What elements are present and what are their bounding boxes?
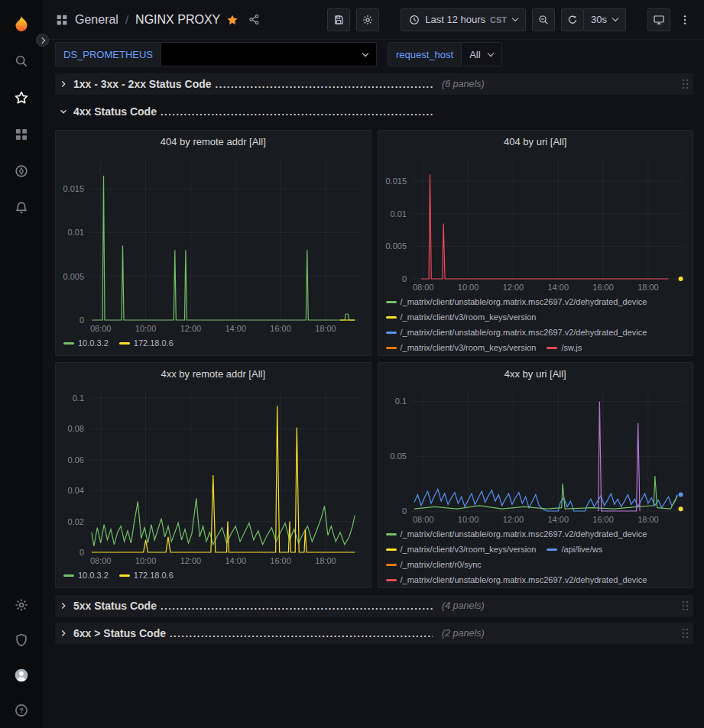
dashboard-variables-bar: DS_PROMETHEUS request_host All bbox=[43, 40, 704, 69]
legend-label: /_matrix/client/r0/sync bbox=[401, 558, 482, 571]
time-range-label: Last 12 hours bbox=[425, 14, 485, 25]
sidebar-item-server-admin[interactable] bbox=[0, 623, 43, 658]
legend-item[interactable]: /_matrix/client/unstable/org.matrix.msc2… bbox=[386, 326, 647, 339]
legend-label: 10.0.3.2 bbox=[78, 569, 109, 582]
legend-swatch bbox=[63, 574, 74, 577]
dashboard-settings-button[interactable] bbox=[356, 8, 379, 31]
legend-item[interactable]: /_matrix/client/r0/sync bbox=[386, 558, 482, 571]
legend-swatch bbox=[386, 332, 397, 334]
chart-canvas[interactable]: 08:0010:0012:0014:0016:0018:0000.0050.01… bbox=[56, 152, 371, 335]
legend-swatch bbox=[386, 316, 397, 319]
legend-label: /api/live/ws bbox=[561, 543, 602, 556]
row-5xx[interactable]: 5xx Status Code ........................… bbox=[55, 595, 693, 616]
chart-canvas[interactable]: 08:0010:0012:0014:0016:0018:0000.050.1 bbox=[378, 384, 693, 526]
svg-text:18:00: 18:00 bbox=[637, 515, 659, 524]
panel-404-by-uri: 404 by uri [All] 08:0010:0012:0014:0016:… bbox=[378, 130, 694, 356]
avatar bbox=[14, 668, 29, 683]
sidebar-item-search[interactable] bbox=[0, 43, 43, 79]
panel-4xx-by-remote-addr: 4xx by remote addr [All] 08:0010:0012:00… bbox=[55, 362, 371, 588]
chevron-down-icon bbox=[512, 15, 518, 21]
sidebar-item-explore[interactable] bbox=[0, 153, 43, 189]
panel-title[interactable]: 4xx by uri [All] bbox=[378, 363, 693, 384]
legend-item[interactable]: /_matrix/client/v3/room_keys/version bbox=[386, 341, 537, 354]
legend-label: /_matrix/client/unstable/org.matrix.msc2… bbox=[401, 574, 647, 587]
row-title-dots: ........................................… bbox=[161, 600, 433, 612]
legend-label: 172.18.0.6 bbox=[134, 569, 174, 582]
legend-item[interactable]: 172.18.0.6 bbox=[119, 337, 174, 350]
sidebar-item-alerting[interactable] bbox=[0, 189, 43, 226]
refresh-icon bbox=[566, 14, 579, 26]
save-dashboard-button[interactable] bbox=[327, 8, 350, 31]
refresh-button[interactable] bbox=[561, 8, 584, 31]
svg-text:16:00: 16:00 bbox=[592, 515, 614, 524]
legend-item[interactable]: /sw.js bbox=[547, 341, 582, 354]
zoom-out-button[interactable] bbox=[532, 8, 555, 31]
sidebar-item-profile[interactable] bbox=[0, 658, 43, 693]
legend-item[interactable]: 10.0.3.2 bbox=[63, 569, 109, 582]
datasource-select[interactable] bbox=[161, 42, 377, 66]
top-navigation-bar: General / NGINX PROXY bbox=[43, 0, 704, 40]
timezone-label: CST bbox=[490, 15, 507, 24]
sidebar-expand-button[interactable] bbox=[36, 34, 49, 47]
legend-item[interactable]: /api/live/ws bbox=[547, 543, 602, 556]
row-panel-count: (2 panels) bbox=[442, 628, 485, 639]
legend-item[interactable]: /_matrix/client/v3/room_keys/version bbox=[386, 311, 537, 324]
panel-title[interactable]: 4xx by remote addr [All] bbox=[56, 363, 371, 384]
favorite-star-icon[interactable] bbox=[226, 14, 238, 26]
legend-swatch bbox=[119, 342, 130, 345]
bell-icon bbox=[14, 200, 29, 215]
row-panel-count: (4 panels) bbox=[442, 600, 485, 611]
row-6xx[interactable]: 6xx > Status Code ......................… bbox=[55, 623, 693, 644]
breadcrumb-page-title[interactable]: NGINX PROXY bbox=[135, 13, 220, 27]
row-1xx-3xx-2xx[interactable]: 1xx - 3xx - 2xx Status Code ............… bbox=[55, 73, 693, 95]
svg-text:10:00: 10:00 bbox=[135, 556, 157, 565]
more-options-button[interactable] bbox=[676, 8, 693, 31]
time-range-picker[interactable]: Last 12 hours CST bbox=[401, 8, 526, 31]
panel-title[interactable]: 404 by remote addr [All] bbox=[56, 131, 371, 152]
panel-legend: 10.0.3.2172.18.0.6 bbox=[56, 335, 371, 355]
gear-icon bbox=[14, 597, 29, 613]
panel-legend: /_matrix/client/unstable/org.matrix.msc2… bbox=[378, 526, 693, 587]
legend-label: 10.0.3.2 bbox=[78, 337, 109, 350]
row-drag-handle[interactable] bbox=[681, 627, 689, 639]
row-drag-handle[interactable] bbox=[681, 78, 689, 90]
refresh-interval-select[interactable]: 30s bbox=[583, 8, 626, 31]
panel-legend: /_matrix/client/unstable/org.matrix.msc2… bbox=[378, 294, 693, 355]
row-title: 6xx > Status Code bbox=[73, 627, 166, 639]
legend-item[interactable]: /_matrix/client/unstable/org.matrix.msc2… bbox=[386, 574, 647, 587]
row-4xx[interactable]: 4xx Status Code ........................… bbox=[55, 101, 693, 122]
star-icon bbox=[14, 90, 29, 105]
legend-item[interactable]: /_matrix/client/unstable/org.matrix.msc2… bbox=[386, 528, 647, 541]
chart-canvas[interactable]: 08:0010:0012:0014:0016:0018:0000.0050.01… bbox=[378, 152, 693, 294]
sidebar-item-starred[interactable] bbox=[0, 79, 43, 116]
variable-ds-prometheus: DS_PROMETHEUS bbox=[55, 42, 377, 66]
panel-title[interactable]: 404 by uri [All] bbox=[378, 131, 693, 152]
request-host-select[interactable]: All bbox=[462, 42, 501, 66]
sidebar-item-dashboards[interactable] bbox=[0, 116, 43, 153]
svg-text:08:00: 08:00 bbox=[412, 283, 433, 292]
legend-swatch bbox=[386, 301, 397, 303]
sidebar-item-configuration[interactable] bbox=[0, 587, 43, 623]
legend-item[interactable]: 10.0.3.2 bbox=[63, 337, 109, 350]
sidebar: ? bbox=[0, 0, 43, 728]
row-drag-handle[interactable] bbox=[681, 600, 689, 612]
tv-mode-button[interactable] bbox=[647, 8, 670, 31]
search-icon bbox=[14, 53, 29, 69]
legend-swatch bbox=[386, 347, 397, 349]
share-button[interactable] bbox=[246, 11, 262, 28]
row-title-dots: ........................................… bbox=[161, 106, 433, 118]
svg-text:0.005: 0.005 bbox=[63, 272, 84, 281]
svg-text:12:00: 12:00 bbox=[502, 515, 524, 524]
chevron-down-icon bbox=[362, 50, 368, 56]
shield-icon bbox=[14, 633, 29, 648]
legend-item[interactable]: 172.18.0.6 bbox=[119, 569, 174, 582]
sidebar-item-help[interactable]: ? bbox=[0, 693, 43, 728]
chart-canvas[interactable]: 08:0010:0012:0014:0016:0018:0000.020.040… bbox=[56, 384, 371, 568]
breadcrumb-section[interactable]: General bbox=[75, 13, 118, 27]
legend-item[interactable]: /_matrix/client/unstable/org.matrix.msc2… bbox=[386, 296, 647, 309]
legend-item[interactable]: /_matrix/client/v3/room_keys/version bbox=[386, 543, 537, 556]
legend-label: /_matrix/client/v3/room_keys/version bbox=[401, 341, 537, 354]
svg-text:08:00: 08:00 bbox=[90, 324, 112, 333]
svg-text:?: ? bbox=[19, 707, 24, 714]
legend-label: /_matrix/client/unstable/org.matrix.msc2… bbox=[401, 326, 647, 339]
